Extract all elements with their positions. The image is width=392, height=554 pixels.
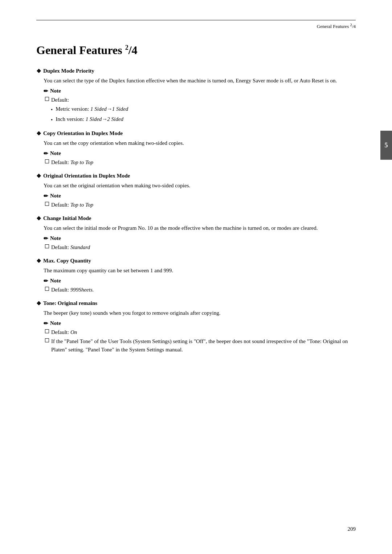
note-label-2: ✏ Note [44, 150, 356, 157]
checkbox-icon-2 [45, 159, 49, 163]
note-label-6: ✏ Note [44, 320, 356, 327]
note-pencil-icon-5: ✏ [44, 278, 48, 284]
note-item-max-default: Default: 999Sheets. [44, 286, 356, 294]
section-copy-orientation: ❖ Copy Orientation in Duplex Mode You ca… [36, 130, 356, 166]
note-item-text-2: Default: Top to Top [51, 158, 93, 167]
note-text-3: Note [50, 193, 61, 199]
section-tone-original-remains: ❖ Tone: Original remains The beeper (key… [36, 300, 356, 354]
bullet-inch: • Inch version: 1 Sided→2 Sided [51, 115, 356, 124]
heading-text-max-copy-quantity: Max. Copy Quantity [43, 258, 91, 264]
note-item-text-4: Default: Standard [51, 243, 90, 252]
header-text: General Features 2/4 [317, 24, 356, 29]
note-text-5: Note [50, 278, 61, 284]
diamond-icon-4: ❖ [36, 215, 41, 222]
note-item-initial-default: Default: Standard [44, 243, 356, 252]
note-text-2: Note [50, 150, 61, 156]
note-max-copy-quantity: ✏ Note Default: 999Sheets. [44, 278, 356, 294]
diamond-icon-6: ❖ [36, 300, 41, 307]
section-heading-max-copy-quantity: ❖ Max. Copy Quantity [36, 258, 356, 264]
body-change-initial-mode: You can select the initial mode or Progr… [44, 224, 356, 232]
note-label-1: ✏ Note [44, 88, 356, 94]
section-heading-duplex-mode-priority: ❖ Duplex Mode Priority [36, 68, 356, 74]
note-pencil-icon-6: ✏ [44, 320, 48, 327]
bullet-metric: • Metric version: 1 Sided→1 Sided [51, 105, 356, 114]
note-copy-orientation: ✏ Note Default: Top to Top [44, 150, 356, 167]
note-item-text-3: Default: Top to Top [51, 201, 93, 209]
section-heading-copy-orientation: ❖ Copy Orientation in Duplex Mode [36, 130, 356, 137]
body-original-orientation: You can set the original orientation whe… [44, 182, 356, 190]
note-tone-original-remains: ✏ Note Default: On If the "Panel Tone" o… [44, 320, 356, 354]
note-label-3: ✏ Note [44, 193, 356, 199]
note-text-4: Note [50, 235, 61, 241]
page-number: 209 [348, 526, 356, 532]
section-duplex-mode-priority: ❖ Duplex Mode Priority You can select th… [36, 68, 356, 124]
note-label-4: ✏ Note [44, 235, 356, 242]
bullet-icon-1: • [51, 106, 53, 114]
tab-number: 5 [385, 142, 388, 149]
note-pencil-icon-1: ✏ [44, 88, 48, 94]
checkbox-icon-6 [45, 329, 49, 333]
section-original-orientation: ❖ Original Orientation in Duplex Mode Yo… [36, 173, 356, 209]
body-max-copy-quantity: The maximum copy quantity can be set bet… [44, 266, 356, 275]
diamond-icon-1: ❖ [36, 68, 41, 74]
bullet-list-duplex: • Metric version: 1 Sided→1 Sided • Inch… [51, 105, 356, 124]
note-pencil-icon-2: ✏ [44, 150, 48, 157]
note-duplex-mode-priority: ✏ Note Default: • Metric version: 1 Side… [44, 88, 356, 124]
header-bar: General Features 2/4 [36, 20, 356, 29]
note-original-orientation: ✏ Note Default: Top to Top [44, 193, 356, 209]
bullet-icon-2: • [51, 116, 53, 124]
diamond-icon-2: ❖ [36, 130, 41, 137]
note-item-text-7: If the "Panel Tone" of the User Tools (S… [51, 337, 356, 354]
checkbox-icon-3 [45, 202, 49, 206]
note-item-text-1: Default: [51, 96, 69, 104]
checkbox-icon-5 [45, 287, 49, 291]
section-heading-change-initial-mode: ❖ Change Initial Mode [36, 215, 356, 222]
note-item-text-6: Default: On [51, 328, 77, 337]
checkbox-icon-4 [45, 244, 49, 248]
section-max-copy-quantity: ❖ Max. Copy Quantity The maximum copy qu… [36, 258, 356, 294]
note-item-original-default: Default: Top to Top [44, 201, 356, 209]
diamond-icon-3: ❖ [36, 173, 41, 179]
section-change-initial-mode: ❖ Change Initial Mode You can select the… [36, 215, 356, 251]
checkbox-icon-7 [45, 338, 49, 342]
note-item-tone-panel: If the "Panel Tone" of the User Tools (S… [44, 337, 356, 354]
heading-text-tone-original-remains: Tone: Original remains [43, 300, 97, 306]
note-pencil-icon-3: ✏ [44, 193, 48, 199]
diamond-icon-5: ❖ [36, 258, 41, 264]
checkbox-icon-1 [45, 97, 49, 101]
note-pencil-icon-4: ✏ [44, 235, 48, 242]
note-item-duplex-default: Default: [44, 96, 356, 104]
heading-text-original-orientation: Original Orientation in Duplex Mode [43, 173, 130, 179]
page: General Features 2/4 5 General Features … [0, 0, 392, 554]
section-heading-tone-original-remains: ❖ Tone: Original remains [36, 300, 356, 307]
note-item-text-5: Default: 999Sheets. [51, 286, 94, 294]
note-item-tone-default: Default: On [44, 328, 356, 337]
note-item-copy-default: Default: Top to Top [44, 158, 356, 167]
body-duplex-mode-priority: You can select the type of the Duplex fu… [44, 77, 356, 85]
heading-text-change-initial-mode: Change Initial Mode [43, 215, 91, 221]
page-title: General Features 2/4 [36, 44, 356, 57]
section-heading-original-orientation: ❖ Original Orientation in Duplex Mode [36, 173, 356, 179]
bullet-text-inch: Inch version: 1 Sided→2 Sided [56, 115, 123, 123]
bullet-text-metric: Metric version: 1 Sided→1 Sided [56, 105, 128, 113]
note-label-5: ✏ Note [44, 278, 356, 284]
body-copy-orientation: You can set the copy orientation when ma… [44, 139, 356, 147]
note-change-initial-mode: ✏ Note Default: Standard [44, 235, 356, 252]
tab-marker: 5 [380, 131, 392, 160]
note-text-1: Note [50, 88, 61, 94]
body-tone-original-remains: The beeper (key tone) sounds when you fo… [44, 309, 356, 317]
note-text-6: Note [50, 320, 61, 326]
heading-text-copy-orientation: Copy Orientation in Duplex Mode [43, 130, 123, 137]
heading-text-duplex-mode-priority: Duplex Mode Priority [43, 68, 94, 74]
